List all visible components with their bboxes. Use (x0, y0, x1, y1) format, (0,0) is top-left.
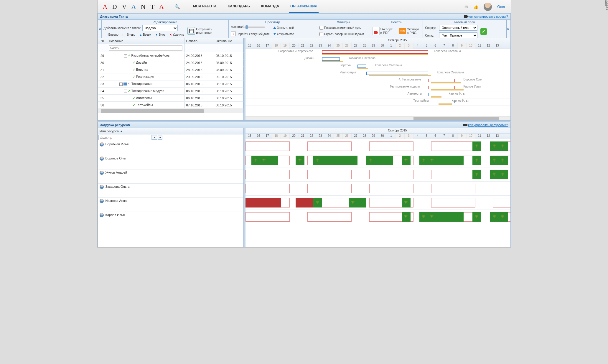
goto-today-button[interactable]: 1Перейти к текущей дате (230, 31, 270, 37)
delete-button[interactable]: ✕Удалить (169, 33, 184, 37)
resource-block[interactable]: 🏆🏆 (490, 212, 508, 222)
task-row[interactable]: 33−4. Тестирование06.10.201508.10.2015 (98, 80, 243, 88)
move-right-button[interactable]: →|Вправо (104, 33, 119, 37)
toolbar-scroll-right[interactable]: ▶ (507, 20, 511, 38)
resource-block[interactable]: 🏆 (472, 141, 481, 151)
resource-block[interactable]: 🏆 (313, 156, 357, 165)
resource-row[interactable]: Жуков Андрей24-16-12-8-4- (98, 169, 243, 184)
nav-organization[interactable]: ОРГАНИЗАЦИЯ (289, 1, 319, 13)
day-cell: 2 (396, 43, 405, 49)
resource-block[interactable]: 🏆 (402, 198, 411, 207)
resource-block[interactable] (296, 198, 313, 207)
resource-block[interactable]: 🏆 (472, 212, 481, 222)
like-icon[interactable]: 👍 (473, 4, 478, 9)
gantt-hscroll[interactable] (245, 116, 510, 120)
element-type-select[interactable]: Задача (142, 25, 178, 31)
col-num[interactable]: № (98, 38, 107, 44)
gantt-bar[interactable] (428, 93, 437, 96)
resource-row[interactable]: Иванова Анна24-16-12-8-4- (98, 198, 243, 212)
mail-icon[interactable]: ✉ (464, 4, 468, 9)
task-row[interactable]: 36✓Тест-кейсы07.10.201508.10.2015 (98, 102, 243, 109)
resource-chart[interactable]: Октябрь 2015 151617181920212223242526272… (245, 128, 510, 247)
col-end[interactable]: Окончание (214, 38, 243, 44)
resource-block[interactable]: 🏆🏆 (419, 156, 464, 165)
toolbar-scroll-left[interactable]: ◀ (98, 20, 102, 38)
resource-block[interactable]: 🏆🏆 (490, 156, 508, 165)
task-row[interactable]: 34−✓Тестирование модуля06.10.201508.10.2… (98, 88, 243, 95)
gantt-bar[interactable] (428, 86, 455, 89)
gantt-bar[interactable] (357, 65, 366, 68)
gantt-bar[interactable] (322, 50, 428, 54)
resource-block[interactable]: 🏆🏆 (490, 141, 508, 151)
expand-all-button[interactable]: Открыть всё (273, 32, 295, 36)
gantt-bar[interactable] (322, 57, 340, 61)
save-button[interactable]: 💾 Сохранить изменения (187, 27, 214, 35)
resource-row[interactable]: Воробьев Илья24-16-12-8-4- (98, 141, 243, 155)
gantt-bar[interactable] (366, 72, 428, 75)
col-name[interactable]: Название (107, 38, 184, 44)
resource-block[interactable]: 🏆 (366, 156, 393, 165)
nav-team[interactable]: КОМАНДА (260, 1, 280, 13)
resource-row[interactable]: Воронов Олег24-16-12-8-4- (98, 155, 243, 169)
critical-path-checkbox[interactable]: Показать критический путь (319, 26, 365, 30)
day-cell: 21 (299, 43, 307, 49)
export-png-button[interactable]: PNGЭкспорт в PNG (398, 27, 421, 35)
col-start[interactable]: Начало (184, 38, 214, 44)
export-pdf-button[interactable]: Экспорт в PDF (372, 27, 394, 35)
baseline-bar (431, 96, 441, 98)
baseline-top-select[interactable]: Оперативный план (439, 25, 477, 31)
task-row[interactable]: 32✓Реализация29.09.201505.10.2015 (98, 73, 243, 80)
collapse-icon[interactable]: − (124, 54, 127, 57)
resource-block[interactable]: 🏆 (296, 156, 304, 165)
collapse-all-button[interactable]: Закрыть всё (273, 26, 295, 30)
resource-block[interactable]: 🏆🏆 (419, 212, 464, 222)
check-icon: ✓ (128, 54, 131, 57)
gantt-chart[interactable]: Октябрь 2015 151617181920212223242526272… (245, 38, 510, 120)
task-search-input[interactable] (109, 45, 182, 51)
apply-baseline-button[interactable]: ✓ (480, 28, 487, 35)
resource-block[interactable]: 🏆 (402, 156, 411, 165)
resource-block[interactable]: 🏆 (313, 198, 322, 207)
move-down-button[interactable]: ▼Вниз (155, 33, 166, 37)
username[interactable]: Олег (497, 5, 505, 9)
day-cell: 28 (360, 43, 369, 49)
resource-row[interactable]: Карпов Илья24-16-12-8-4- (98, 212, 243, 226)
gantt-bar[interactable] (428, 79, 455, 82)
task-row[interactable]: 31✓Верстка28.09.201528.09.2015 (98, 66, 243, 73)
gantt-help-link[interactable]: как спланировать проект? (464, 15, 508, 18)
nav-calendar[interactable]: КАЛЕНДАРЬ (227, 1, 251, 13)
task-row[interactable]: 35✓Автотесты06.10.201506.10.2015 (98, 95, 243, 102)
move-up-button[interactable]: ▲Вверх (139, 33, 152, 37)
day-cell: 26 (343, 134, 352, 139)
collapse-icon[interactable]: − (119, 83, 123, 86)
filter-dropdown-button[interactable]: ▾ (158, 136, 162, 140)
resource-block[interactable]: 🏆🏆 (251, 156, 278, 165)
resource-block[interactable]: 🏆 (472, 170, 481, 179)
floppy-icon: 💾 (187, 27, 195, 35)
resource-block[interactable]: 🏆🏆 (490, 170, 508, 179)
resource-block[interactable]: 🏆 (472, 156, 481, 165)
resource-row[interactable]: Захарова Ольга24-16-12-8-4- (98, 184, 243, 198)
avatar[interactable] (484, 3, 492, 11)
move-left-button[interactable]: |←Влево (122, 33, 136, 37)
baseline-bar (431, 82, 461, 83)
collapse-icon[interactable]: − (124, 90, 127, 93)
task-row[interactable]: 29−✓Разработка интерфейсов24.09.201505.1… (98, 52, 243, 59)
search-icon[interactable]: 🔍 (174, 4, 180, 9)
resource-block[interactable]: 🏆 (349, 198, 366, 207)
resource-col-header[interactable]: Имя ресурса ▲ (98, 128, 243, 134)
resource-block[interactable] (245, 198, 281, 207)
baseline-bottom-select[interactable]: Факт-Прогноз (439, 32, 477, 38)
grid-hscroll[interactable] (98, 109, 243, 113)
nav-my-work[interactable]: МОЯ РАБОТА (192, 1, 218, 13)
resource-block[interactable]: 🏆 (402, 212, 411, 222)
day-cell: 5 (422, 134, 431, 139)
task-row[interactable]: 30✓Дизайн24.09.201525.09.2015 (98, 59, 243, 66)
baseline-bar (431, 89, 464, 90)
day-cell: 13 (493, 134, 502, 139)
resources-help-link[interactable]: как управлять ресурсами? (463, 123, 508, 127)
scale-slider[interactable]: Масштаб (230, 25, 270, 29)
filter-clear-button[interactable]: ✕ (152, 136, 157, 140)
resource-filter-input[interactable] (98, 135, 151, 140)
hide-completed-checkbox[interactable]: Скрыть завершённые задачи (319, 32, 365, 36)
